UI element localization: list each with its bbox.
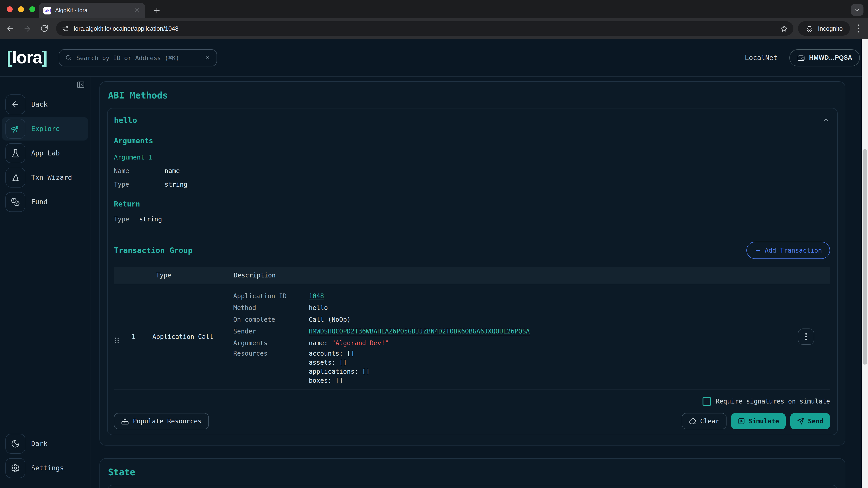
arguments-field: Arguments name: "Algorand Dev!" xyxy=(233,337,798,349)
sidebar-item-settings[interactable]: Settings xyxy=(2,456,88,480)
search-placeholder: Search by ID or Address (⌘K) xyxy=(76,54,204,61)
network-label[interactable]: LocalNet xyxy=(745,54,778,62)
table-header-row: Type Description xyxy=(114,267,830,284)
clear-button[interactable]: Clear xyxy=(682,413,726,429)
maximize-window-button[interactable] xyxy=(29,6,35,12)
chevron-up-icon[interactable] xyxy=(822,116,830,124)
bookmark-star-icon[interactable] xyxy=(780,25,788,32)
wallet-address: HMWD…PQSA xyxy=(809,54,852,61)
column-description: Description xyxy=(233,267,798,284)
row-menu-button[interactable] xyxy=(798,328,814,345)
add-transaction-button[interactable]: Add Transaction xyxy=(746,242,830,259)
forward-icon[interactable] xyxy=(20,21,34,36)
return-title: Return xyxy=(114,200,830,208)
browser-tabstrip: [ak] AlgoKit - lora xyxy=(0,0,868,18)
url-text[interactable]: lora.algokit.io/localnet/application/104… xyxy=(74,25,780,32)
telescope-icon xyxy=(5,119,25,139)
address-bar[interactable]: lora.algokit.io/localnet/application/104… xyxy=(56,21,794,36)
require-signatures-label: Require signatures on simulate xyxy=(716,398,830,405)
sidebar-item-explore[interactable]: Explore xyxy=(2,117,88,140)
scrollbar-thumb[interactable] xyxy=(863,149,867,365)
coins-icon xyxy=(5,192,25,212)
application-id-field: Application ID 1048 xyxy=(233,290,798,302)
sidebar-collapse-icon[interactable] xyxy=(76,80,85,89)
wizard-hat-icon xyxy=(5,168,25,188)
lora-logo[interactable]: [lora] xyxy=(7,48,47,67)
sidebar: Back Explore xyxy=(0,77,90,488)
minimize-window-button[interactable] xyxy=(18,6,24,12)
sidebar-item-theme-dark[interactable]: Dark xyxy=(2,432,88,455)
wallet-button[interactable]: HMWD…PQSA xyxy=(789,49,860,66)
state-section: State Global Box xyxy=(99,458,845,488)
tab-title: AlgoKit - lora xyxy=(55,7,133,13)
state-card: State Global Box xyxy=(99,458,845,488)
row-index: 1 xyxy=(131,333,135,340)
square-play-icon xyxy=(738,417,745,424)
close-window-button[interactable] xyxy=(7,6,13,12)
new-tab-button[interactable] xyxy=(151,4,163,16)
site-settings-icon[interactable] xyxy=(61,25,69,32)
tab-search-button[interactable] xyxy=(851,4,864,16)
resource-applications: applications: [] xyxy=(309,367,370,376)
transaction-row[interactable]: 1 Application Call Application ID 1048 xyxy=(114,284,830,390)
abi-methods-card: ABI Methods hello Arguments Argument 1 N… xyxy=(99,81,845,445)
search-input[interactable]: Search by ID or Address (⌘K) xyxy=(59,49,217,66)
browser-window: [ak] AlgoKit - lora xyxy=(0,0,868,488)
resource-accounts: accounts: [] xyxy=(309,349,370,358)
tab-favicon: [ak] xyxy=(43,6,51,14)
arguments-title: Arguments xyxy=(114,136,830,145)
sidebar-item-app-lab[interactable]: App Lab xyxy=(2,141,88,165)
back-icon[interactable] xyxy=(3,21,17,36)
moon-icon xyxy=(5,434,25,454)
sidebar-item-txn-wizard[interactable]: Txn Wizard xyxy=(2,166,88,189)
lora-app: [lora] Search by ID or Address (⌘K) Loca… xyxy=(0,39,868,488)
browser-menu-icon[interactable] xyxy=(852,21,864,36)
sidebar-item-fund[interactable]: Fund xyxy=(2,190,88,214)
tab-box[interactable]: Box xyxy=(146,485,173,488)
method-field: Method hello xyxy=(233,302,798,313)
download-icon xyxy=(121,417,129,425)
resource-boxes: boxes: [] xyxy=(309,376,370,385)
sender-field: Sender HMWDSHQCOPD2T36WBAHLAZ6PO5GDJJZBN… xyxy=(233,325,798,337)
populate-resources-button[interactable]: Populate Resources xyxy=(114,413,209,429)
tab-global[interactable]: Global xyxy=(107,485,146,488)
argument-name-row: Name name xyxy=(114,167,830,174)
main-content: ABI Methods hello Arguments Argument 1 N… xyxy=(90,77,868,488)
resource-assets: assets: [] xyxy=(309,358,370,367)
wallet-icon xyxy=(797,54,805,62)
method-name: hello xyxy=(114,116,137,125)
plus-icon xyxy=(754,247,761,254)
sender-address-link[interactable]: HMWDSHQCOPD2T36WBAHLAZ6PO5GDJJZBN4D2TODK… xyxy=(309,325,530,337)
simulate-button[interactable]: Simulate xyxy=(731,413,786,429)
sidebar-bottom: Dark Settings xyxy=(0,432,90,488)
search-clear-icon[interactable] xyxy=(204,55,211,61)
page-scrollbar[interactable] xyxy=(862,39,868,488)
resources-field: Resources accounts: [] assets: [] applic… xyxy=(233,349,798,385)
argument1-title: Argument 1 xyxy=(114,154,830,161)
argument-type-row: Type string xyxy=(114,181,830,188)
return-type-row: Type string xyxy=(114,216,830,223)
column-type: Type xyxy=(152,267,233,284)
drag-handle-icon[interactable] xyxy=(114,337,131,344)
abi-methods-title: ABI Methods xyxy=(108,90,838,101)
transaction-table: Type Description xyxy=(114,267,830,390)
flask-icon xyxy=(5,143,25,163)
state-tablist: Global Box xyxy=(107,485,837,488)
row-type: Application Call xyxy=(152,333,213,340)
app-header: [lora] Search by ID or Address (⌘K) Loca… xyxy=(0,39,868,77)
send-button[interactable]: Send xyxy=(790,413,830,429)
send-icon xyxy=(797,417,804,424)
transaction-group-title: Transaction Group xyxy=(114,246,193,255)
browser-toolbar: lora.algokit.io/localnet/application/104… xyxy=(0,18,868,39)
tab-close-icon[interactable] xyxy=(133,7,141,14)
method-hello-card: hello Arguments Argument 1 Name name xyxy=(107,108,838,435)
browser-tab[interactable]: [ak] AlgoKit - lora xyxy=(39,3,145,18)
state-title: State xyxy=(108,466,838,477)
require-signatures-checkbox[interactable] xyxy=(703,397,711,405)
reload-icon[interactable] xyxy=(37,21,52,36)
require-signatures-row: Require signatures on simulate xyxy=(114,397,830,405)
incognito-badge: Incognito xyxy=(798,21,850,36)
application-id-link[interactable]: 1048 xyxy=(309,290,324,302)
sidebar-item-back[interactable]: Back xyxy=(2,93,88,116)
gear-icon xyxy=(5,458,25,478)
